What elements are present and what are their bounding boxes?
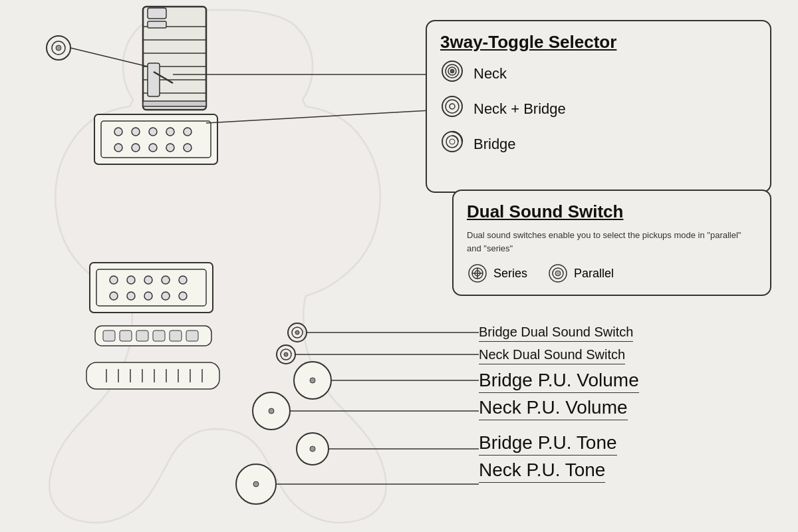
svg-point-64	[310, 378, 315, 383]
svg-rect-43	[136, 331, 148, 341]
neck-tone-label: Neck P.U. Tone	[479, 460, 605, 483]
neck-vol-label-row: Neck P.U. Volume	[479, 397, 639, 420]
svg-point-85	[450, 104, 455, 109]
svg-rect-41	[103, 331, 115, 341]
parallel-label: Parallel	[574, 267, 614, 281]
svg-rect-7	[148, 8, 166, 19]
neck-dual-label-row: Neck Dual Sound Switch	[479, 347, 639, 364]
neck-dual-label: Neck Dual Sound Switch	[479, 347, 625, 364]
svg-point-88	[450, 139, 455, 144]
main-container: 3way-Toggle Selector Neck	[0, 0, 798, 532]
svg-point-84	[446, 100, 459, 113]
svg-rect-28	[90, 263, 213, 313]
toggle-neck-bridge-label: Neck + Bridge	[473, 100, 566, 118]
bridge-tone-label: Bridge P.U. Tone	[479, 432, 617, 456]
dual-sound-modes: Series Parallel	[467, 263, 757, 284]
bridge-volume-label: Bridge P.U. Volume	[479, 370, 639, 393]
svg-point-30	[110, 276, 118, 284]
svg-point-27	[184, 144, 192, 152]
svg-point-37	[144, 292, 152, 300]
guitar-diagram	[0, 0, 412, 532]
labels-area: Bridge Dual Sound Switch Neck Dual Sound…	[479, 325, 639, 483]
toggle-item-neck-bridge: Neck + Bridge	[440, 94, 757, 123]
svg-point-36	[127, 292, 135, 300]
svg-rect-44	[153, 331, 165, 341]
neck-tone-label-row: Neck P.U. Tone	[479, 460, 639, 483]
svg-rect-8	[148, 21, 166, 28]
svg-point-32	[144, 276, 152, 284]
svg-point-25	[149, 144, 157, 152]
svg-point-33	[162, 276, 170, 284]
toggle-neck-label: Neck	[473, 65, 507, 82]
svg-rect-45	[170, 331, 182, 341]
neck-icon	[440, 59, 464, 88]
svg-point-62	[284, 352, 288, 356]
svg-point-59	[295, 331, 299, 334]
svg-rect-10	[148, 63, 160, 96]
series-mode: Series	[467, 263, 527, 284]
dual-sound-title: Dual Sound Switch	[467, 201, 757, 222]
svg-point-14	[56, 45, 61, 51]
svg-point-31	[127, 276, 135, 284]
series-label: Series	[493, 267, 527, 281]
toggle-box-title: 3way-Toggle Selector	[440, 32, 757, 53]
series-icon	[467, 263, 488, 284]
svg-point-24	[132, 144, 140, 152]
parallel-mode: Parallel	[547, 263, 614, 284]
svg-point-66	[269, 408, 274, 414]
svg-point-26	[166, 144, 174, 152]
svg-point-20	[149, 128, 157, 136]
svg-rect-46	[186, 331, 198, 341]
toggle-bridge-label: Bridge	[473, 136, 516, 153]
dual-sound-box: Dual Sound Switch Dual sound switches en…	[452, 190, 771, 296]
svg-point-34	[179, 276, 187, 284]
toggle-selector-box: 3way-Toggle Selector Neck	[426, 20, 771, 193]
svg-point-70	[253, 481, 259, 487]
svg-rect-16	[94, 114, 217, 164]
svg-point-96	[555, 271, 561, 276]
svg-point-18	[114, 128, 122, 136]
neck-bridge-icon	[440, 94, 464, 123]
svg-point-38	[162, 292, 170, 300]
parallel-icon	[547, 263, 569, 284]
svg-point-19	[132, 128, 140, 136]
svg-point-23	[114, 144, 122, 152]
svg-point-39	[179, 292, 187, 300]
svg-point-22	[184, 128, 192, 136]
svg-rect-42	[120, 331, 132, 341]
dual-sound-description: Dual sound switches enable you to select…	[467, 229, 757, 255]
svg-rect-9	[143, 101, 206, 106]
svg-point-21	[166, 128, 174, 136]
bridge-dual-label: Bridge Dual Sound Switch	[479, 325, 633, 342]
toggle-item-neck: Neck	[440, 59, 757, 88]
svg-point-82	[450, 69, 454, 73]
svg-point-35	[110, 292, 118, 300]
bridge-tone-label-row: Bridge P.U. Tone	[479, 432, 639, 456]
bridge-vol-label-row: Bridge P.U. Volume	[479, 370, 639, 393]
svg-point-68	[310, 446, 315, 452]
bridge-dual-label-row: Bridge Dual Sound Switch	[479, 325, 639, 342]
toggle-item-bridge: Bridge	[440, 130, 757, 158]
neck-volume-label: Neck P.U. Volume	[479, 397, 628, 420]
bridge-icon	[440, 130, 464, 158]
